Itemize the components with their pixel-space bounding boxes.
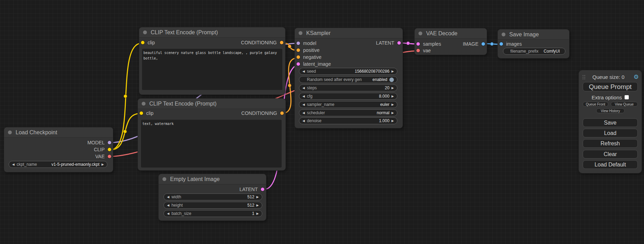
node-ksampler: KSampler model positive negative latent_…: [295, 28, 403, 128]
port-conditioning-output[interactable]: [280, 41, 283, 44]
steps-widget[interactable]: ◀ steps 20 ▶: [299, 84, 397, 91]
port-vae-input[interactable]: [416, 49, 420, 52]
node-empty-latent-image: Empty Latent Image LATENT ◀ width 512 ▶ …: [159, 174, 266, 220]
widget-value: 156680208700286: [355, 69, 389, 74]
port-latent-output[interactable]: [261, 188, 264, 191]
random-seed-widget[interactable]: Random seed after every gen enabled: [299, 76, 397, 83]
widget-value: 512: [247, 195, 254, 199]
queue-prompt-button[interactable]: Queue Prompt: [583, 82, 638, 91]
cfg-widget[interactable]: ◀ cfg 8.000 ▶: [299, 93, 397, 100]
node-collapse-icon[interactable]: [162, 177, 166, 181]
node-collapse-icon[interactable]: [299, 31, 302, 35]
increment-arrow-icon[interactable]: ▶: [102, 163, 104, 166]
decrement-arrow-icon[interactable]: ◀: [302, 103, 305, 106]
decrement-arrow-icon[interactable]: ◀: [12, 163, 15, 166]
input-label: vae: [423, 48, 431, 53]
output-label: VAE: [95, 154, 105, 159]
widget-value: euler: [380, 102, 389, 107]
queue-front-button[interactable]: Queue Front: [583, 102, 608, 107]
view-queue-button[interactable]: View Queue: [611, 102, 638, 107]
port-image-output[interactable]: [482, 42, 485, 46]
increment-arrow-icon[interactable]: ▶: [391, 87, 394, 90]
widget-label: denoise: [307, 118, 321, 123]
node-title-bar[interactable]: Load Checkpoint: [4, 127, 113, 138]
increment-arrow-icon[interactable]: ▶: [256, 196, 259, 199]
decrement-arrow-icon[interactable]: ◀: [302, 70, 305, 73]
increment-arrow-icon[interactable]: ▶: [256, 204, 259, 207]
port-images-input[interactable]: [500, 42, 503, 46]
prompt-textarea[interactable]: text, watermark: [141, 120, 282, 168]
node-collapse-icon[interactable]: [143, 30, 147, 34]
widget-value: enabled: [372, 77, 387, 82]
save-button[interactable]: Save: [583, 118, 638, 127]
widget-label: scheduler: [307, 110, 325, 115]
node-title-bar[interactable]: KSampler: [295, 28, 403, 38]
denoise-widget[interactable]: ◀ denoise 1.000 ▶: [299, 117, 397, 124]
prompt-textarea[interactable]: beautiful scenery nature glass bottle la…: [142, 49, 282, 90]
scheduler-widget[interactable]: ◀ scheduler normal ▶: [299, 109, 397, 116]
link-midpoint-cond-pos: [288, 45, 291, 48]
load-button[interactable]: Load: [583, 129, 638, 137]
load-default-button[interactable]: Load Default: [583, 160, 638, 169]
port-conditioning-output[interactable]: [280, 111, 284, 115]
node-collapse-icon[interactable]: [502, 33, 505, 36]
sampler-name-widget[interactable]: ◀ sampler_name euler ▶: [299, 101, 397, 108]
decrement-arrow-icon[interactable]: ◀: [167, 204, 169, 207]
queue-size-label: Queue size: 0: [583, 74, 634, 80]
decrement-arrow-icon[interactable]: ◀: [167, 196, 169, 199]
decrement-arrow-icon[interactable]: ◀: [302, 87, 305, 90]
port-latent-image-input[interactable]: [297, 62, 300, 66]
port-vae-output[interactable]: [108, 155, 111, 158]
width-widget[interactable]: ◀ width 512 ▶: [164, 193, 262, 200]
ckpt-name-widget[interactable]: ◀ ckpt_name v1-5-pruned-emaonly.ckpt ▶: [9, 161, 107, 168]
toggle-icon[interactable]: [389, 78, 394, 82]
input-label: positive: [303, 47, 319, 53]
node-title: KSampler: [306, 30, 330, 36]
node-collapse-icon[interactable]: [142, 102, 145, 106]
widget-label: height: [171, 203, 183, 208]
output-label: LATENT: [376, 40, 394, 46]
node-title-bar[interactable]: Save Image: [498, 29, 569, 40]
decrement-arrow-icon[interactable]: ◀: [167, 212, 169, 215]
widget-value: 8.000: [379, 94, 389, 99]
increment-arrow-icon[interactable]: ▶: [391, 95, 394, 98]
increment-arrow-icon[interactable]: ▶: [391, 70, 394, 73]
decrement-arrow-icon[interactable]: ◀: [302, 119, 305, 123]
node-clip-text-encode-positive: CLIP Text Encode (Prompt) clip CONDITION…: [139, 27, 285, 94]
node-title-bar[interactable]: CLIP Text Encode (Prompt): [139, 27, 285, 38]
node-title-bar[interactable]: Empty Latent Image: [159, 174, 266, 184]
refresh-button[interactable]: Refresh: [583, 139, 638, 148]
link-midpoint-cond-neg: [288, 84, 291, 87]
port-model-output[interactable]: [108, 141, 111, 144]
node-graph-canvas[interactable]: Load Checkpoint MODEL CLIP VAE ◀ ckpt_na…: [0, 0, 644, 244]
increment-arrow-icon[interactable]: ▶: [391, 111, 394, 115]
increment-arrow-icon[interactable]: ▶: [391, 103, 394, 106]
view-history-button[interactable]: View History: [596, 108, 625, 113]
increment-arrow-icon[interactable]: ▶: [391, 119, 394, 123]
widget-value: 20: [385, 85, 389, 90]
seed-widget[interactable]: ◀ seed 156680208700286 ▶: [299, 68, 397, 75]
output-label: CLIP: [94, 147, 105, 152]
widget-label: batch_size: [171, 211, 191, 216]
node-collapse-icon[interactable]: [8, 130, 12, 134]
node-collapse-icon[interactable]: [418, 31, 422, 35]
widget-label: sampler_name: [307, 102, 334, 107]
decrement-arrow-icon[interactable]: ◀: [302, 111, 305, 115]
clear-button[interactable]: Clear: [583, 150, 638, 159]
node-title: CLIP Text Encode (Prompt): [151, 29, 218, 36]
node-title-bar[interactable]: CLIP Text Encode (Prompt): [138, 99, 285, 109]
filename-prefix-widget[interactable]: filename_prefix ComfyUI: [503, 48, 565, 55]
port-negative-input[interactable]: [297, 55, 300, 59]
port-positive-input[interactable]: [297, 48, 300, 52]
increment-arrow-icon[interactable]: ▶: [256, 212, 259, 215]
decrement-arrow-icon[interactable]: ◀: [302, 95, 305, 98]
node-title-bar[interactable]: VAE Decode: [415, 28, 487, 39]
batch-size-widget[interactable]: ◀ batch_size 1 ▶: [164, 210, 262, 217]
node-title: VAE Decode: [426, 30, 457, 37]
port-latent-output[interactable]: [397, 41, 401, 45]
extra-options-checkbox[interactable]: [625, 95, 629, 99]
port-clip-output[interactable]: [108, 148, 111, 151]
height-widget[interactable]: ◀ height 512 ▶: [164, 202, 262, 209]
gear-icon[interactable]: ⚙: [634, 74, 639, 80]
node-title: Save Image: [509, 31, 539, 38]
